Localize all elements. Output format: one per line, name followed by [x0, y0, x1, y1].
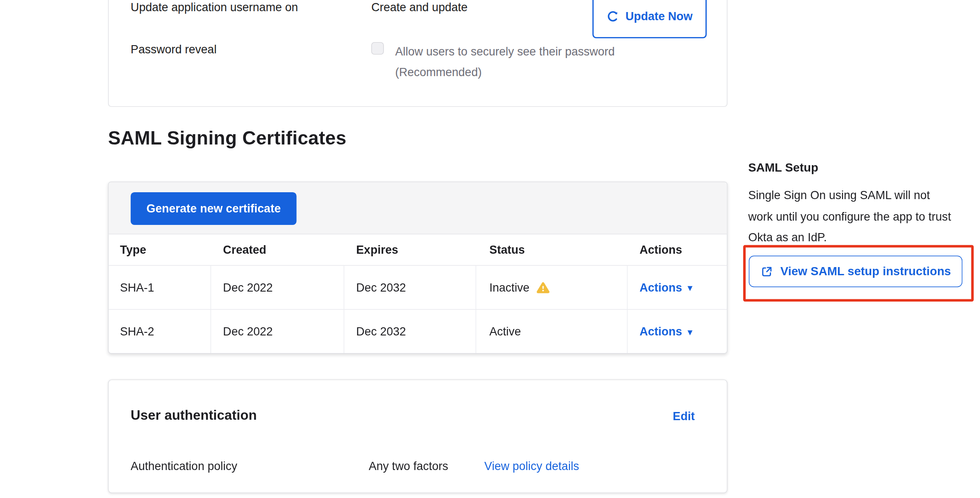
- update-now-button[interactable]: Update Now: [593, 0, 707, 38]
- column-header-expires: Expires: [344, 234, 476, 265]
- saml-setup-description: Single Sign On using SAML will not work …: [748, 185, 957, 248]
- certificates-panel-header: Generate new certificate: [109, 182, 727, 234]
- cert-created: Dec 2022: [211, 266, 344, 309]
- actions-label: Actions: [639, 325, 682, 338]
- cert-expires: Dec 2032: [344, 266, 476, 309]
- password-reveal-label: Password reveal: [131, 41, 217, 58]
- column-header-actions: Actions: [627, 234, 727, 265]
- view-saml-setup-instructions-button[interactable]: View SAML setup instructions: [749, 256, 962, 287]
- signon-settings-panel: Update application username on Create an…: [108, 0, 727, 107]
- actions-label: Actions: [639, 280, 682, 294]
- cert-type: SHA-1: [109, 266, 211, 309]
- cert-status: Active: [476, 310, 627, 353]
- update-now-label: Update Now: [625, 9, 692, 23]
- page-title: SAML Signing Certificates: [108, 128, 346, 149]
- table-row: SHA-2 Dec 2022 Dec 2032 Active Actions ▾: [109, 309, 727, 353]
- generate-certificate-button[interactable]: Generate new certificate: [131, 192, 297, 225]
- update-username-value: Create and update: [371, 0, 467, 16]
- column-header-status: Status: [476, 234, 627, 265]
- update-username-label: Update application username on: [131, 0, 298, 16]
- warning-icon[interactable]: [536, 281, 550, 294]
- caret-down-icon: ▾: [688, 327, 692, 335]
- column-header-type: Type: [109, 234, 211, 265]
- caret-down-icon: ▾: [688, 283, 692, 292]
- actions-menu-button[interactable]: Actions ▾: [639, 325, 692, 338]
- cert-created: Dec 2022: [211, 310, 344, 353]
- saml-setup-heading: SAML Setup: [748, 161, 818, 175]
- external-link-icon: [760, 265, 774, 278]
- table-header-row: Type Created Expires Status Actions: [109, 234, 727, 265]
- view-policy-details-link[interactable]: View policy details: [484, 459, 579, 473]
- authentication-policy-value: Any two factors: [369, 459, 449, 473]
- authentication-policy-label: Authentication policy: [131, 459, 237, 473]
- password-reveal-description: Allow users to securely see their passwo…: [395, 41, 653, 82]
- cert-status: Inactive: [476, 266, 627, 309]
- password-reveal-checkbox[interactable]: [371, 42, 384, 55]
- cert-type: SHA-2: [109, 310, 211, 353]
- certificates-table: Type Created Expires Status Actions SHA-…: [109, 234, 727, 353]
- user-authentication-heading: User authentication: [131, 408, 257, 424]
- app-signon-settings-page: Update application username on Create an…: [0, 0, 980, 498]
- user-authentication-panel: User authentication Edit Authentication …: [108, 379, 727, 493]
- table-row: SHA-1 Dec 2022 Dec 2032 Inactive: [109, 265, 727, 309]
- edit-link[interactable]: Edit: [673, 410, 695, 424]
- refresh-icon: [607, 10, 619, 22]
- cert-actions-cell: Actions ▾: [627, 266, 727, 309]
- saml-certificates-panel: Generate new certificate Type Created Ex…: [108, 181, 727, 354]
- cert-expires: Dec 2032: [344, 310, 476, 353]
- status-text: Inactive: [489, 280, 529, 294]
- actions-menu-button[interactable]: Actions ▾: [639, 280, 692, 294]
- status-text: Active: [489, 325, 521, 338]
- column-header-created: Created: [211, 234, 344, 265]
- cert-actions-cell: Actions ▾: [627, 310, 727, 353]
- view-saml-setup-instructions-label: View SAML setup instructions: [780, 264, 951, 278]
